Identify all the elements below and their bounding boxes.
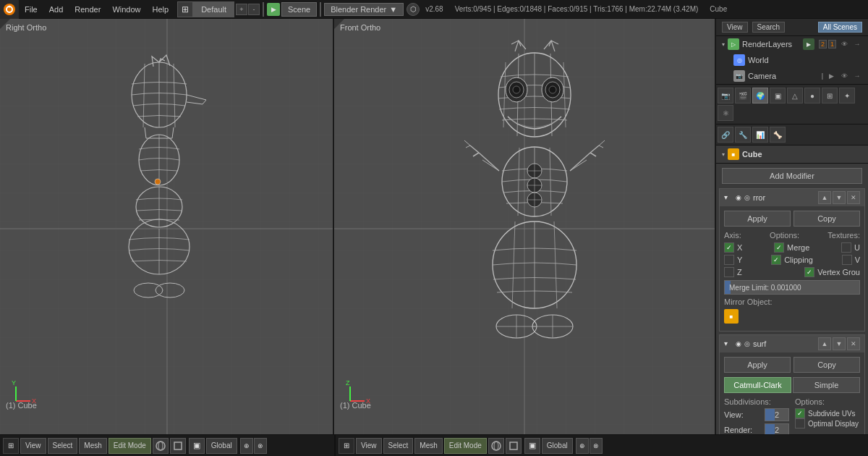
left-global-btn[interactable]: Global [206, 438, 237, 454]
mirror-delete-btn[interactable]: ✕ [847, 191, 860, 204]
mirror-clipping-checkbox[interactable]: ✓ [771, 255, 781, 265]
left-mesh-icon[interactable]: ▣ [189, 438, 205, 454]
mirror-y-row: Y ✓ Clipping V [724, 255, 860, 265]
left-viewport-icon[interactable]: ⊞ [3, 438, 19, 454]
right-view-btn[interactable]: View [356, 438, 382, 454]
catmull-clark-btn[interactable]: Catmull-Clark [724, 377, 791, 393]
right-mode2-icon[interactable] [506, 438, 522, 454]
mirror-vertgroup-checkbox[interactable]: ✓ [804, 267, 814, 277]
right-mesh-icon[interactable]: ▣ [524, 438, 540, 454]
renderlayers-arrow[interactable]: → [852, 39, 862, 49]
render-subdiv-val[interactable]: 2 [765, 423, 789, 434]
tree-item-world[interactable]: ◎ World [716, 52, 868, 68]
viewport-corner-right[interactable] [334, 19, 344, 29]
workspace-tab-default[interactable]: Default [193, 1, 234, 17]
left-btn2[interactable]: ⊗ [254, 438, 267, 454]
prop-physics-btn[interactable]: ⚛ [718, 105, 733, 121]
mirror-apply-btn[interactable]: Apply [724, 211, 791, 227]
prop-texture-btn[interactable]: ⊞ [822, 88, 838, 104]
window-menu[interactable]: Window [106, 0, 146, 19]
viewport-right[interactable]: Front Ortho X Z (1) Cube [334, 19, 715, 434]
scene-label[interactable]: Scene [281, 2, 317, 17]
right-viewport-icon[interactable]: ⊞ [339, 438, 354, 454]
mirror-x-label: X [737, 243, 742, 252]
right-btn2[interactable]: ⊗ [590, 438, 603, 454]
workspace-icon[interactable]: ⊞ [177, 1, 193, 17]
render-engine-selector[interactable]: Blender Render ▼ [324, 3, 404, 16]
subdivide-uvs-checkbox[interactable]: ✓ [795, 408, 805, 418]
right-extra-btns: ⊕ ⊗ [576, 438, 603, 454]
mirror-y-checkbox[interactable] [724, 255, 734, 265]
tree-item-renderlayers[interactable]: ▾ ▷ RenderLayers ▶ 2 1 👁 → [716, 36, 868, 52]
left-mode-btn[interactable]: Edit Mode [109, 438, 151, 454]
subsurf-down-btn[interactable]: ▼ [833, 337, 846, 350]
subsurf-up-btn[interactable]: ▲ [818, 337, 831, 350]
subsurf-realtime-toggle[interactable]: ◉ [736, 340, 741, 347]
workspace-remove-btn[interactable]: - [248, 4, 260, 15]
prop-data-btn[interactable]: 📊 [752, 127, 768, 143]
left-btn1[interactable]: ⊕ [240, 438, 253, 454]
mirror-up-btn[interactable]: ▲ [818, 191, 831, 204]
search-btn-panel[interactable]: Search [752, 22, 786, 33]
left-mesh-btn[interactable]: Mesh [79, 438, 106, 454]
view-subdiv-val[interactable]: 2 [765, 408, 789, 421]
merge-limit-bar[interactable]: Merge Limit: 0.001000 [724, 280, 860, 295]
right-btn1[interactable]: ⊕ [576, 438, 589, 454]
prop-object-btn[interactable]: ▣ [770, 88, 786, 104]
mirror-realtime-toggle[interactable]: ◉ [736, 194, 741, 201]
tree-item-camera[interactable]: 📷 Camera | ▶ 👁 → [716, 68, 868, 84]
prop-world-btn[interactable]: 🌍 [752, 88, 768, 104]
mirror-u-checkbox[interactable] [841, 242, 851, 253]
right-sphere-icon[interactable] [488, 438, 504, 454]
prop-render-btn[interactable]: 📷 [718, 88, 733, 104]
right-mesh-btn[interactable]: Mesh [414, 438, 442, 454]
right-panel: View Search All Scenes ▾ ▷ RenderLayers … [715, 19, 868, 434]
mirror-render-toggle[interactable]: ◎ [744, 194, 750, 201]
mirror-merge-checkbox[interactable]: ✓ [774, 242, 784, 253]
camera-lock[interactable]: → [852, 71, 862, 81]
left-select-btn[interactable]: Select [48, 438, 78, 454]
subsurf-copy-btn[interactable]: Copy [793, 357, 860, 373]
left-sphere-icon[interactable] [153, 438, 169, 454]
add-menu[interactable]: Add [43, 0, 69, 19]
prop-scene-btn[interactable]: 🎬 [735, 88, 751, 104]
mirror-copy-btn[interactable]: Copy [793, 211, 860, 227]
subsurf-render-toggle[interactable]: ◎ [744, 340, 750, 347]
file-menu[interactable]: File [19, 0, 43, 19]
prop-mesh-btn[interactable]: △ [787, 88, 803, 104]
scene-tree: ▾ ▷ RenderLayers ▶ 2 1 👁 → ◎ World [716, 36, 868, 85]
help-menu[interactable]: Help [147, 0, 175, 19]
prop-constraints-btn[interactable]: 🔗 [718, 127, 733, 143]
optimal-display-checkbox[interactable] [795, 418, 805, 428]
subsurf-apply-btn[interactable]: Apply [724, 357, 791, 373]
mirror-v-checkbox[interactable] [842, 255, 852, 265]
render-menu[interactable]: Render [69, 0, 106, 19]
left-mode2-icon[interactable] [170, 438, 186, 454]
view-btn-panel[interactable]: View [722, 22, 748, 33]
prop-material-btn[interactable]: ● [804, 88, 820, 104]
viewport-left[interactable]: Right Ortho X Y (1) Cube [0, 19, 334, 434]
subdivide-uvs-row: ✓ Subdivide UVs [795, 408, 860, 418]
renderlayers-render-icon[interactable]: ▶ [803, 38, 814, 50]
mirror-collapse-toggle[interactable]: ▾ [724, 193, 733, 202]
subsurf-delete-btn[interactable]: ✕ [847, 337, 860, 350]
viewport-corner-left[interactable] [0, 19, 10, 29]
camera-eye[interactable]: 👁 [839, 71, 849, 81]
mirror-z-checkbox[interactable] [724, 267, 734, 277]
subsurf-collapse-toggle[interactable]: ▾ [724, 339, 733, 348]
renderlayers-eye[interactable]: 👁 [839, 39, 849, 49]
right-mode-btn[interactable]: Edit Mode [444, 438, 487, 454]
right-global-btn[interactable]: Global [542, 438, 573, 454]
prop-particles-btn[interactable]: ✦ [839, 88, 855, 104]
camera-render-icon[interactable]: ▶ [826, 71, 836, 81]
all-scenes-btn[interactable]: All Scenes [818, 22, 862, 33]
right-select-btn[interactable]: Select [383, 438, 414, 454]
left-view-btn[interactable]: View [20, 438, 46, 454]
mirror-x-checkbox[interactable]: ✓ [724, 242, 734, 253]
add-modifier-btn[interactable]: Add Modifier [722, 168, 862, 184]
mirror-down-btn[interactable]: ▼ [833, 191, 846, 204]
prop-bone-btn[interactable]: 🦴 [770, 127, 786, 143]
prop-modifiers-btn[interactable]: 🔧 [735, 127, 751, 143]
simple-btn[interactable]: Simple [793, 377, 860, 393]
workspace-add-btn[interactable]: + [236, 4, 247, 15]
